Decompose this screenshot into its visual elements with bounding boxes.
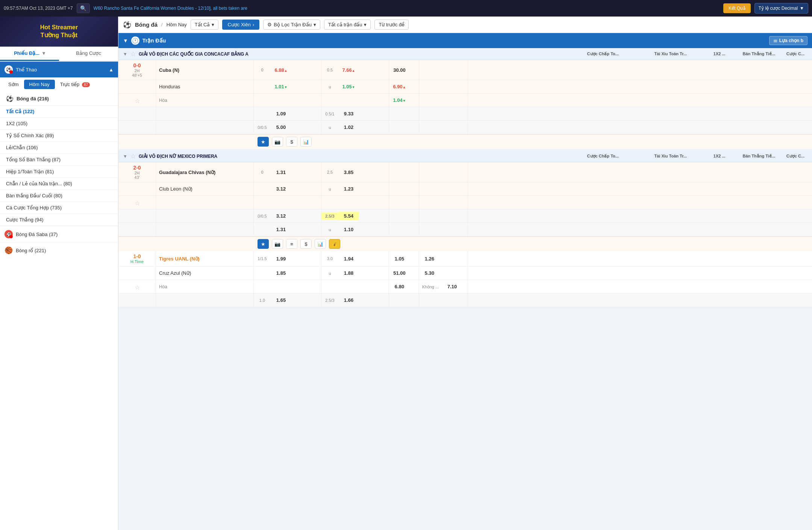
ty-le-dropdown[interactable]: Tỷ lệ cược Decimal ▼	[754, 3, 808, 14]
chap-value-2[interactable]: 1.01	[271, 82, 291, 91]
row3-chap-h[interactable]	[254, 112, 271, 115]
row3-tai-h[interactable]: 0.5/1	[321, 110, 338, 118]
l2-row4-xiu[interactable]: 1.10	[338, 225, 359, 234]
m2-tai-h1[interactable]: 3.0	[321, 255, 338, 262]
tai-u[interactable]: u	[321, 83, 338, 91]
l2-tai-h1[interactable]: 2.5	[321, 168, 338, 176]
l2-tai-v2[interactable]: 1.23	[338, 185, 359, 193]
l2-row3-h[interactable]: 0/0.5	[254, 212, 271, 220]
l2-tai-u2[interactable]: u	[321, 185, 338, 193]
m2-onex2-draw[interactable]: 6.80	[389, 282, 410, 291]
m2-row2-v2[interactable]: 1.66	[338, 296, 359, 304]
search-button[interactable]: 🔍	[77, 3, 90, 13]
sidebar-item-ty-so[interactable]: Tỷ Số Chính Xác (89)	[0, 130, 118, 142]
l2-tai-v1[interactable]: 3.85	[338, 168, 359, 177]
m2-ban-thang-1[interactable]: 1.26	[419, 254, 440, 263]
tab-bang-cuoc[interactable]: Bảng Cược	[59, 47, 118, 61]
gold-icon[interactable]: 💰	[329, 239, 340, 249]
m2-tai-v2[interactable]: 1.88	[338, 269, 359, 277]
toggle-icon[interactable]: ▼	[123, 51, 127, 57]
chart-action-icon[interactable]: 📊	[300, 137, 312, 147]
l2-row3-v1[interactable]: 3.12	[271, 212, 291, 220]
sidebar-item-bong-da[interactable]: ⚽ Bóng đá (216)	[0, 92, 118, 106]
camera-action-icon[interactable]: 📷	[272, 137, 283, 147]
sidebar-item-tat-ca[interactable]: Tất Cả (122)	[0, 106, 118, 118]
m2-onex2-2[interactable]: 51.00	[389, 269, 410, 277]
onex2-draw[interactable]: 1.04	[389, 96, 410, 104]
sidebar-item-bong-ro[interactable]: 🏀 Bóng rổ (221)	[0, 242, 118, 258]
m2-chap-v1[interactable]: 1.99	[271, 254, 291, 263]
sidebar-item-tong-so[interactable]: Tổng Số Bàn Thắng (87)	[0, 154, 118, 166]
l2-chap-v1[interactable]: 1.31	[271, 168, 291, 177]
chap-value-1[interactable]: 6.88	[271, 66, 291, 74]
row4-u[interactable]: u	[321, 124, 338, 131]
m2-row2-v1[interactable]: 1.65	[271, 296, 291, 304]
chap-empty-val	[271, 99, 291, 102]
sidebar-item-bong-da-saba[interactable]: ⚽ Bóng Đá Saba (37)	[0, 226, 118, 242]
row3-tai-v[interactable]: 1.09	[271, 109, 291, 118]
m2-onex2-1[interactable]: 1.05	[389, 254, 410, 263]
row4-xiu[interactable]: 1.02	[338, 123, 359, 132]
sidebar-item-hiep1[interactable]: Hiệp 1/Toàn Trận (81)	[0, 166, 118, 178]
sidebar-item-ban-thang-dau-cuoi[interactable]: Bàn thắng Đầu/ Cuối (80)	[0, 190, 118, 202]
sidebar-item-cuoc-thang[interactable]: Cược Thắng (94)	[0, 214, 118, 226]
l2-chap-empty	[254, 188, 271, 191]
m2-khong[interactable]: Không ...	[419, 283, 442, 291]
star-icon[interactable]: ☆	[135, 284, 140, 291]
star-icon[interactable]: ☆	[135, 200, 140, 207]
star-action-icon-2[interactable]: ★	[258, 239, 269, 249]
sidebar-item-le-chan[interactable]: Lẻ/Chẵn (106)	[0, 142, 118, 154]
star-action-icon[interactable]: ★	[258, 137, 269, 147]
tab-hom-nay[interactable]: Hôm Nay	[24, 80, 55, 89]
dollar-action-icon[interactable]: $	[286, 137, 297, 147]
star-icon[interactable]: ☆	[130, 153, 136, 160]
dollar-action-icon-2[interactable]: $	[300, 239, 312, 249]
tab-som[interactable]: Sớm	[3, 80, 24, 89]
collapse-icon[interactable]: ▼	[123, 38, 128, 44]
tab-truc-tiep[interactable]: Trực tiếp 87	[55, 80, 95, 89]
onex2-1[interactable]: 30.00	[389, 66, 410, 74]
l2-row4-u[interactable]: u	[321, 226, 338, 233]
ket-qua-button[interactable]: Kết Quả	[723, 3, 751, 13]
tai-handicap-1[interactable]: 0.5	[321, 66, 338, 74]
chart-action-icon-2[interactable]: 📊	[315, 239, 326, 249]
l2-row4-v1[interactable]: 1.31	[271, 225, 291, 234]
tab-phieu-dat[interactable]: Phiếu Đặ... ▾	[0, 47, 59, 61]
m2-chap-h1[interactable]: 1/1.5	[254, 255, 271, 262]
m2-tai-v1[interactable]: 1.94	[338, 254, 359, 263]
tu-truoc-de-dropdown[interactable]: Từ trước đề	[374, 20, 409, 30]
toggle-icon[interactable]: ▼	[123, 154, 127, 159]
tat-ca-dropdown[interactable]: Tất Cả ▾	[191, 20, 219, 30]
star-icon[interactable]: ☆	[130, 50, 136, 58]
l2-row3-h2[interactable]: 2.5/3	[321, 212, 338, 220]
sidebar-item-ca-cuoc[interactable]: Cá Cược Tổng Hợp (735)	[0, 202, 118, 214]
tat-ca-tran-dropdown[interactable]: Tất cả trận đấu ▾	[324, 20, 371, 30]
cuoc-xien-button[interactable]: Cược Xiên ›	[222, 20, 259, 30]
l2-row3-v2[interactable]: 5.54	[338, 212, 359, 220]
tai-value-2[interactable]: 1.05	[338, 82, 359, 91]
sidebar-item-chan-le-nua[interactable]: Chẵn / Lẻ của Nửa trận... (80)	[0, 178, 118, 190]
list-action-icon[interactable]: ≡	[286, 239, 297, 249]
match-score-area: 0-0 2H 48'+5	[118, 60, 156, 80]
m2-row2-h2[interactable]: 2.5/3	[321, 297, 338, 304]
m2-ban-thang-2[interactable]: 5.30	[419, 269, 440, 277]
onex2-2[interactable]: 6.90	[389, 82, 410, 91]
team1-name: Cuba (N)	[159, 67, 250, 74]
chap-handicap-1[interactable]: 0	[254, 66, 271, 74]
m2-row2-h1[interactable]: 1.0	[254, 297, 271, 304]
l2-chap-h1[interactable]: 0	[254, 168, 271, 176]
tai-value-1[interactable]: 7.66	[338, 66, 359, 74]
camera-action-icon-2[interactable]: 📷	[272, 239, 283, 249]
the-thao-header[interactable]: ⚽ Thể Thao ▲	[0, 62, 118, 77]
row3-tai-val[interactable]: 9.33	[338, 109, 359, 118]
bo-loc-dropdown[interactable]: ⚙ Bộ Lọc Trận Đấu ▾	[263, 20, 320, 30]
row4-v[interactable]: 5.00	[271, 123, 291, 132]
l2-chap-v2[interactable]: 3.12	[271, 185, 291, 193]
m2-chap-v2[interactable]: 1.85	[271, 269, 291, 277]
sidebar-item-1x2[interactable]: 1X2 (105)	[0, 118, 118, 130]
star-icon[interactable]: ☆	[135, 97, 140, 104]
m2-u[interactable]: u	[321, 270, 338, 277]
lua-chon-button[interactable]: ⚌ Lựa chọn b	[769, 36, 807, 45]
row4-h[interactable]: 0/0.5	[254, 124, 271, 131]
m2-ban-thang-draw[interactable]: 7.10	[442, 282, 462, 291]
